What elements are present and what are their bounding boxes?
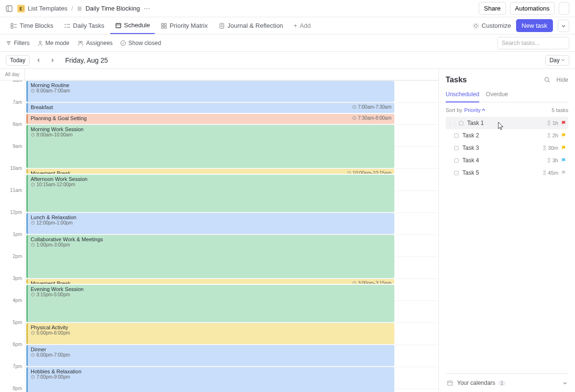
chevron-down-icon[interactable] — [563, 381, 567, 385]
priority-flag-icon — [561, 133, 566, 138]
panel-toggle-icon[interactable] — [6, 5, 12, 12]
svg-point-23 — [473, 23, 479, 29]
filter-bar: Filters Me mode Assignees Show closed Se… — [0, 34, 575, 52]
task-row[interactable]: Task 22h — [446, 129, 568, 142]
tab-priority-matrix[interactable]: Priority Matrix — [156, 17, 212, 34]
svg-point-28 — [79, 41, 80, 43]
task-status-box[interactable] — [454, 134, 459, 138]
calendar-event[interactable]: Dinner6:00pm-7:00pm — [26, 345, 394, 366]
calendar-event[interactable]: Planning & Goal Setting7:30am-8:00am — [26, 114, 394, 124]
date-bar: Today Friday, Aug 25 Day — [0, 52, 575, 69]
today-button[interactable]: Today — [6, 55, 30, 66]
task-count: 5 tasks — [552, 107, 568, 113]
calendar-event[interactable]: Morning Work Session8:00am-10:00am — [26, 125, 394, 168]
svg-rect-0 — [6, 6, 12, 11]
hour-label: 9am — [13, 144, 22, 149]
tab-schedule[interactable]: Schedule — [110, 17, 155, 34]
tab-unscheduled[interactable]: Unscheduled — [446, 91, 479, 102]
topbar-caret[interactable] — [559, 2, 569, 15]
hour-label: 5pm — [13, 320, 22, 325]
drag-handle-icon[interactable]: ⋮⋮ — [448, 121, 457, 126]
customize-button[interactable]: Customize — [472, 22, 511, 29]
task-status-box[interactable] — [459, 121, 463, 125]
calendar-event[interactable]: Breakfast7:00am-7:30am — [26, 103, 394, 113]
new-task-button[interactable]: New task — [516, 19, 553, 32]
tab-time-blocks[interactable]: Time Blocks — [6, 17, 58, 34]
svg-rect-17 — [161, 26, 163, 28]
svg-rect-15 — [161, 23, 163, 25]
share-button[interactable]: Share — [479, 2, 506, 15]
tab-journal[interactable]: Journal & Reflection — [214, 17, 288, 34]
priority-flag-icon — [561, 121, 566, 126]
svg-rect-6 — [11, 26, 13, 28]
svg-line-45 — [548, 81, 550, 82]
calendar-grid[interactable]: 6am7am8am9am10am11am12pm1pm2pm3pm4pm5pm6… — [0, 80, 438, 392]
hour-label: 10am — [10, 166, 22, 171]
prev-day-button[interactable] — [34, 58, 43, 63]
hour-label: 7pm — [13, 364, 22, 369]
new-task-caret[interactable] — [558, 20, 569, 32]
list-icon — [77, 6, 82, 11]
task-row[interactable]: Task 43h — [446, 154, 568, 167]
add-view-button[interactable]: +Add — [289, 17, 316, 34]
task-status-box[interactable] — [454, 158, 459, 163]
svg-point-27 — [39, 41, 41, 43]
view-selector[interactable]: Day — [545, 55, 569, 66]
priority-flag-icon — [561, 170, 566, 176]
svg-point-10 — [65, 27, 66, 28]
svg-rect-13 — [116, 23, 121, 28]
task-row[interactable]: Task 330m — [446, 142, 568, 154]
breadcrumb-sep: / — [71, 5, 73, 12]
calendar-event[interactable]: Movement Break10:00am-10:15am — [26, 169, 394, 174]
tab-overdue[interactable]: Overdue — [486, 91, 508, 102]
me-mode-button[interactable]: Me mode — [37, 40, 69, 46]
calendar-event[interactable]: Evening Work Session3:15pm-5:00pm — [26, 285, 394, 323]
calendar-event[interactable]: Movement Break3:00pm-3:15pm — [26, 279, 394, 284]
page-title[interactable]: Daily Time Blocking — [85, 5, 139, 12]
task-row[interactable]: ⋮⋮Task 11h — [446, 117, 568, 129]
calendar-event[interactable]: Physical Activity5:00pm-6:00pm — [26, 323, 394, 344]
calendar-event[interactable]: Morning Routine6:00am-7:00am — [26, 81, 394, 102]
tasks-title: Tasks — [446, 76, 467, 84]
svg-rect-16 — [164, 23, 166, 25]
show-closed-button[interactable]: Show closed — [120, 40, 161, 46]
sort-button[interactable]: Priority — [464, 107, 485, 113]
search-icon[interactable] — [544, 77, 551, 83]
svg-point-22 — [474, 24, 477, 27]
search-input[interactable]: Search tasks... — [497, 37, 569, 49]
hour-label: 1pm — [13, 232, 22, 237]
svg-rect-5 — [11, 23, 13, 25]
calendar-event[interactable]: Hobbies & Relaxation7:00pm-9:00pm — [26, 367, 394, 392]
hour-label: 6am — [13, 80, 22, 83]
task-status-box[interactable] — [454, 146, 459, 150]
next-day-button[interactable] — [48, 58, 57, 63]
automations-button[interactable]: Automations — [510, 2, 555, 15]
assignees-button[interactable]: Assignees — [77, 40, 113, 46]
topbar: ◧ List Templates / Daily Time Blocking ⋯… — [0, 0, 575, 17]
hour-label: 3pm — [13, 276, 22, 281]
task-status-box[interactable] — [454, 171, 459, 175]
allday-row: All day — [0, 69, 438, 80]
breadcrumb-parent[interactable]: List Templates — [28, 5, 68, 12]
main-content: All day 6am7am8am9am10am11am12pm1pm2pm3p… — [0, 69, 575, 392]
calendar-event[interactable]: Lunch & Relaxation12:00pm-1:00pm — [26, 213, 394, 234]
svg-point-44 — [545, 78, 549, 81]
tab-daily-tasks[interactable]: Daily Tasks — [59, 17, 109, 34]
calendar-event[interactable]: Collaborative Work & Meetings1:00pm-3:00… — [26, 235, 394, 278]
svg-point-29 — [80, 41, 82, 43]
svg-point-9 — [65, 24, 66, 25]
current-date: Friday, Aug 25 — [65, 56, 108, 64]
svg-rect-46 — [448, 381, 452, 385]
task-row[interactable]: Task 545m — [446, 167, 568, 179]
filters-button[interactable]: Filters — [6, 40, 30, 46]
hour-label: 6pm — [13, 342, 22, 347]
allday-drop[interactable] — [25, 69, 438, 80]
hide-panel-button[interactable]: Hide — [556, 77, 568, 83]
folder-icon: ◧ — [17, 5, 25, 12]
more-icon[interactable]: ⋯ — [144, 5, 150, 12]
allday-label: All day — [0, 69, 25, 80]
calendar-event[interactable]: Afternoon Work Session10:15am-12:00pm — [26, 175, 394, 213]
calendar-count-badge: 1 — [498, 381, 506, 386]
your-calendars[interactable]: Your calendars 1 — [446, 373, 568, 392]
calendar-column: All day 6am7am8am9am10am11am12pm1pm2pm3p… — [0, 69, 439, 392]
